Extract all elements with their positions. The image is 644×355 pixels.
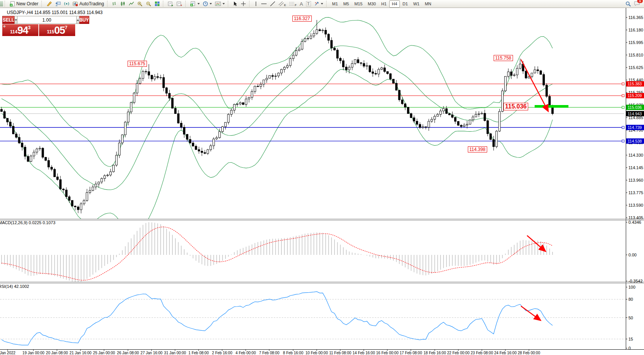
time-axis-label: 26 Jan 08:00 — [117, 351, 139, 355]
candle — [496, 130, 497, 148]
fibonacci-icon — [289, 1, 295, 6]
price-badge-label: 115.383 — [628, 82, 642, 86]
candle — [372, 68, 374, 77]
text-label-tool[interactable]: T — [305, 0, 313, 8]
candle — [384, 64, 385, 73]
time-axis-label: 8 Feb 16:00 — [283, 351, 303, 355]
time-axis-label: 7 Feb 08:00 — [259, 351, 279, 355]
search-icon[interactable] — [625, 1, 631, 7]
candle — [227, 113, 229, 124]
candle — [398, 90, 400, 102]
price-annotation[interactable]: 115.675 — [128, 61, 147, 67]
horizontal-line-tool[interactable] — [259, 0, 268, 8]
timeframe-H1[interactable]: H1 — [379, 0, 389, 8]
channel-suffix: E — [284, 3, 286, 7]
zoom-out-button[interactable] — [144, 0, 153, 8]
new-order-button[interactable]: New Order — [8, 0, 40, 8]
price-tick-label: 115.810 — [628, 53, 643, 57]
indicators-button[interactable] — [189, 0, 201, 8]
periods-dropdown-arrow[interactable] — [210, 3, 212, 5]
autotrading-button[interactable]: AutoTrading — [71, 0, 106, 8]
profile-chart-button[interactable] — [175, 0, 184, 8]
trendline-tool[interactable] — [268, 0, 277, 8]
timeframe-M15[interactable]: M15 — [352, 0, 365, 8]
price-annotation[interactable]: 116.327 — [292, 16, 312, 22]
equidistant-channel-tool[interactable]: E — [277, 0, 287, 8]
chart-canvas[interactable]: 116.365116.180115.995115.810115.625115.4… — [0, 0, 644, 355]
time-axis-label: 4 Feb 00:00 — [235, 351, 256, 355]
notifications-button[interactable]: 1 — [634, 1, 640, 7]
timeframe-H4[interactable]: H4 — [389, 0, 400, 8]
new-order-icon — [9, 1, 15, 7]
price-badge-label: 115.209 — [628, 93, 642, 98]
arrows-dropdown-arrow[interactable] — [321, 3, 323, 5]
candle — [115, 152, 117, 167]
candle — [30, 155, 32, 162]
tile-windows-button[interactable] — [153, 0, 161, 8]
price-annotation[interactable]: 115.036 — [504, 103, 528, 110]
time-axis-label: 22 Feb 00:00 — [447, 351, 470, 355]
candle — [195, 145, 197, 150]
indicators-dropdown-arrow[interactable] — [197, 3, 200, 5]
timeframe-M1[interactable]: M1 — [330, 0, 341, 8]
candle — [142, 70, 144, 81]
templates-button[interactable] — [213, 0, 226, 8]
candle-chart-type-button[interactable] — [119, 0, 127, 8]
candle — [160, 75, 162, 80]
candle — [254, 86, 256, 94]
price-annotation[interactable]: 114.398 — [468, 146, 487, 152]
text-tool[interactable]: A — [298, 0, 305, 8]
macd-axis-label: -0.3542 — [628, 279, 642, 283]
candle — [537, 66, 539, 74]
hline-endpoint — [622, 106, 624, 108]
vertical-line-tool[interactable] — [253, 0, 259, 8]
ask-big: 05 — [54, 25, 65, 36]
metaeditor-button[interactable] — [45, 0, 54, 8]
timeframe-M5[interactable]: M5 — [341, 0, 352, 8]
mt4-window: { "toolbar": { "new_order": "New Order",… — [0, 0, 644, 355]
candle — [369, 65, 371, 73]
ask-sup: 7 — [65, 25, 68, 30]
arrows-tool[interactable] — [313, 0, 325, 8]
new-chart-window-button[interactable] — [166, 0, 175, 8]
buy-button[interactable]: BUY — [79, 16, 89, 24]
candle — [331, 37, 333, 51]
periods-button[interactable] — [201, 0, 213, 8]
signals-button[interactable] — [62, 0, 71, 8]
timeframe-D1[interactable]: D1 — [400, 0, 410, 8]
fibonacci-tool[interactable]: F — [287, 0, 298, 8]
volume-input[interactable] — [17, 16, 76, 24]
timeframe-W1[interactable]: W1 — [410, 0, 422, 8]
templates-dropdown-arrow[interactable] — [223, 3, 225, 5]
candle — [487, 119, 489, 136]
candle — [363, 60, 365, 68]
crosshair-tool-button[interactable] — [239, 0, 248, 8]
strategy-tester-button[interactable] — [54, 0, 62, 8]
candle — [204, 150, 206, 154]
candle — [387, 71, 388, 75]
red-down-arrow — [527, 236, 546, 251]
line-chart-type-button[interactable] — [127, 0, 136, 8]
timeframe-MN[interactable]: MN — [422, 0, 434, 8]
volume-increase-button[interactable] — [76, 16, 79, 24]
candle — [104, 174, 106, 182]
price-annotation[interactable]: 115.758 — [494, 55, 513, 61]
candle — [395, 80, 397, 91]
candle — [86, 189, 88, 202]
price-tick-label: 114.145 — [628, 165, 643, 170]
volume-decrease-button[interactable] — [14, 16, 17, 24]
candle — [404, 103, 406, 110]
ask-price-display[interactable]: 115 05 7 — [39, 24, 75, 36]
time-axis-label: Jan 2022 — [0, 351, 16, 355]
bid-price-display[interactable]: 114 94 3 — [2, 24, 38, 36]
cursor-tool-button[interactable] — [231, 0, 239, 8]
panel-menu-diamond-icon[interactable] — [3, 25, 6, 28]
bar-chart-type-button[interactable] — [110, 0, 119, 8]
macd-pane — [2, 222, 552, 283]
timeframe-M30[interactable]: M30 — [365, 0, 379, 8]
candle — [9, 119, 11, 128]
sell-button[interactable]: SELL — [2, 16, 14, 24]
zoom-in-button[interactable] — [136, 0, 144, 8]
bid-sup: 3 — [28, 25, 31, 30]
hline-endpoint — [622, 140, 624, 142]
